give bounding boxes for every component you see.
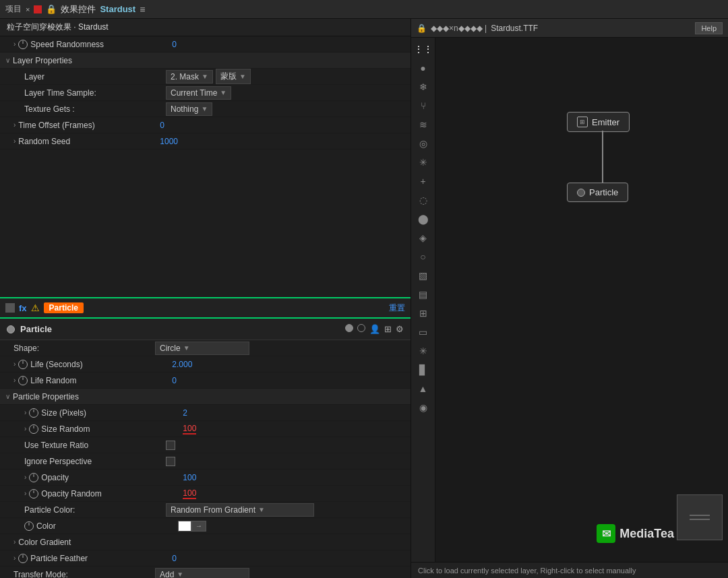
layer-dropdown[interactable]: 2. Mask ▼	[166, 70, 213, 84]
menu-icon[interactable]: ≡	[140, 4, 145, 15]
ignore-perspective-checkbox[interactable]	[166, 457, 175, 466]
speed-randomness-label: Speed Randomness	[30, 40, 172, 49]
fx-bar: fx ⚠ Particle 重置	[0, 297, 411, 317]
circle-icon[interactable]: ●	[413, 59, 433, 77]
color-swatch[interactable]	[178, 521, 191, 532]
reset-button[interactable]: 重置	[389, 302, 405, 314]
particle-feather-value[interactable]: 0	[172, 554, 177, 563]
particle-color-dropdown[interactable]: Random From Gradient ▼	[166, 503, 314, 517]
life-random-value[interactable]: 0	[172, 376, 177, 385]
shape-row: Shape: Circle ▼	[0, 340, 411, 356]
plus-icon[interactable]: +	[413, 172, 433, 190]
particle-feather-row: › Particle Feather 0	[0, 550, 411, 567]
speed-randomness-row: › Speed Randomness 0	[0, 36, 411, 53]
color-gradient-row[interactable]: › Color Gradient	[0, 534, 411, 550]
pp-arrow: ∨	[5, 393, 10, 400]
bars3-icon[interactable]: ⊞	[413, 304, 433, 322]
transfer-mode-value: Add	[160, 570, 174, 579]
clock-icon-color	[24, 521, 34, 531]
multi-circles-icon[interactable]: ⬤	[413, 210, 433, 228]
mini-preview	[677, 494, 723, 540]
triangle-icon[interactable]: ▲	[413, 380, 433, 397]
person-icon: 👤	[369, 324, 380, 334]
particle-node-label: Particle	[589, 187, 618, 197]
particle-color-row: Particle Color: Random From Gradient ▼	[0, 502, 411, 518]
texture-gets-label: Texture Gets :	[24, 104, 166, 114]
clock-icon-speed	[18, 40, 28, 49]
particle-area: Particle 👤 ⊞ ⚙ Shape: Circle ▼	[0, 317, 411, 578]
dots-grid-icon[interactable]: ⋮⋮	[413, 40, 433, 58]
arrow-life-random: ›	[13, 377, 16, 384]
color-arrow-btn[interactable]: →	[191, 521, 206, 532]
project-tab[interactable]: 项目	[5, 3, 22, 15]
slash-icon[interactable]: ▧	[413, 267, 433, 284]
layer-time-sample-dropdown[interactable]: Current Time ▼	[166, 86, 231, 100]
time-sample-arrow: ▼	[220, 89, 226, 96]
eye-icon[interactable]: ◉	[413, 399, 433, 416]
layer-time-sample-value: Current Time	[171, 88, 217, 98]
wave-icon[interactable]: ≋	[413, 116, 433, 133]
layer-properties-section[interactable]: ∨ Layer Properties	[0, 53, 411, 69]
left-panel: 粒子空间穿梭效果 · Stardust › Speed Randomness 0…	[0, 19, 411, 578]
size-random-value[interactable]: 100	[183, 424, 196, 435]
particle-color-arrow: ▼	[258, 506, 265, 513]
layer-badge-arrow: ▼	[239, 73, 246, 80]
arrow-opacity-random: ›	[24, 490, 26, 497]
time-offset-value[interactable]: 0	[160, 121, 164, 130]
size-random-row: › Size Random 100	[0, 421, 411, 437]
help-button[interactable]: Help	[695, 22, 723, 34]
opacity-random-label: Opacity Random	[41, 489, 183, 499]
life-seconds-value[interactable]: 2.000	[172, 360, 192, 369]
right-lock-icon: 🔒	[417, 24, 427, 33]
layer-time-sample-label: Layer Time Sample:	[24, 88, 166, 98]
particle-header-icons: 👤 ⊞ ⚙	[345, 324, 404, 334]
asterisk-icon[interactable]: ✳	[413, 154, 433, 171]
arrow-color-gradient: ›	[13, 538, 16, 546]
branch-icon[interactable]: ⑂	[413, 97, 433, 115]
layer-icon[interactable]: ▤	[413, 286, 433, 303]
particle-feather-label: Particle Feather	[30, 554, 172, 563]
emitter-node-label: Emitter	[592, 117, 619, 127]
burst-icon[interactable]: ✳	[413, 342, 433, 360]
rectangle-icon[interactable]: ▭	[413, 323, 433, 341]
opacity-value[interactable]: 100	[183, 473, 196, 482]
radio-empty-icon1[interactable]	[357, 324, 365, 332]
clock-icon-life	[18, 360, 28, 369]
size-pixels-row: › Size (Pixels) 2	[0, 405, 411, 421]
tab-close-icon[interactable]: ×	[26, 5, 30, 13]
canvas-area: ⊞ Emitter Particle ✉ Med	[435, 38, 728, 562]
layer-badge-dropdown[interactable]: 蒙版 ▼	[216, 69, 251, 84]
clock-icon-opacity	[29, 473, 38, 482]
texture-gets-dropdown[interactable]: Nothing ▼	[166, 102, 212, 116]
right-panel: 🔒 ◆◆◆×n◆◆◆◆ | Stardust.TTF Help ⋮⋮ ● ❄ ⑂…	[411, 19, 728, 578]
radio-filled-icon[interactable]	[345, 324, 353, 332]
shape-dropdown[interactable]: Circle ▼	[155, 342, 249, 355]
fx-enable-checkbox[interactable]	[5, 303, 15, 313]
transfer-mode-dropdown[interactable]: Add ▼	[155, 568, 249, 579]
size-random-label: Size Random	[41, 424, 183, 434]
arrow-size-random: ›	[24, 425, 26, 432]
right-sidebar: ⋮⋮ ● ❄ ⑂ ≋ ◎ ✳ + ◌ ⬤ ◈ ○ ▧ ▤ ⊞ ▭ ✳ ▊ ▲ ◉	[411, 38, 728, 562]
speed-randomness-value[interactable]: 0	[172, 40, 177, 49]
opacity-random-value[interactable]: 100	[183, 488, 196, 499]
ignore-perspective-row: Ignore Perspective	[0, 453, 411, 470]
size-pixels-value[interactable]: 2	[183, 408, 187, 418]
emitter-node-icon: ⊞	[577, 117, 588, 127]
emitter-node[interactable]: ⊞ Emitter	[567, 112, 630, 132]
dotted-circle-icon[interactable]: ◌	[413, 191, 433, 209]
life-seconds-label: Life (Seconds)	[30, 360, 172, 369]
random-seed-value[interactable]: 1000	[160, 137, 178, 146]
particle-node[interactable]: Particle	[567, 183, 628, 202]
arrow-size: ›	[24, 409, 26, 416]
bar-chart-icon[interactable]: ▊	[413, 361, 433, 379]
use-texture-ratio-checkbox[interactable]	[166, 441, 175, 450]
lock-icon: 🔒	[46, 4, 57, 14]
snowflake-icon[interactable]: ❄	[413, 78, 433, 96]
particle-properties-section[interactable]: ∨ Particle Properties	[0, 389, 411, 405]
transfer-mode-row: Transfer Mode: Add ▼	[0, 567, 411, 578]
cube-icon[interactable]: ◈	[413, 229, 433, 247]
clock-icon-life-random	[18, 376, 28, 385]
target-icon[interactable]: ◎	[413, 135, 433, 152]
shape-value: Circle	[160, 344, 181, 353]
sphere-icon[interactable]: ○	[413, 248, 433, 265]
